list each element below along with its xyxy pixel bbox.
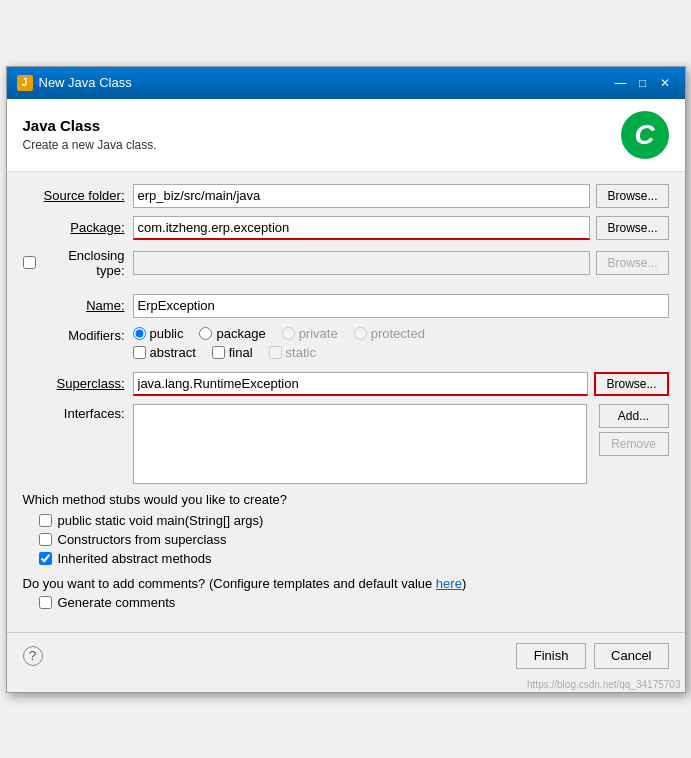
stub-checkbox-2[interactable]	[39, 552, 52, 565]
stub-label-2: Inherited abstract methods	[58, 551, 212, 566]
radio-package[interactable]	[199, 327, 212, 340]
minimize-button[interactable]: —	[611, 73, 631, 93]
stub-item-1: Constructors from superclass	[39, 532, 669, 547]
title-bar: J New Java Class — □ ✕	[7, 67, 685, 99]
source-folder-browse-button[interactable]: Browse...	[596, 184, 668, 208]
radio-public[interactable]	[133, 327, 146, 340]
help-button[interactable]: ?	[23, 646, 43, 666]
radio-protected-label[interactable]: protected	[354, 326, 425, 341]
checkbox-final-label[interactable]: final	[212, 345, 253, 360]
watermark: https://blog.csdn.net/qq_34175703	[7, 679, 685, 692]
generate-comments-checkbox[interactable]	[39, 596, 52, 609]
name-row: Name:	[23, 294, 669, 318]
title-bar-controls: — □ ✕	[611, 73, 675, 93]
package-browse-button[interactable]: Browse...	[596, 216, 668, 240]
package-row: Package: Browse...	[23, 216, 669, 240]
comments-section: Do you want to add comments? (Configure …	[23, 576, 669, 610]
comments-question-end: )	[462, 576, 466, 591]
new-java-class-dialog: J New Java Class — □ ✕ Java Class Create…	[6, 66, 686, 693]
checkbox-abstract[interactable]	[133, 346, 146, 359]
dialog-header: Java Class Create a new Java class. C	[7, 99, 685, 172]
title-bar-title: New Java Class	[39, 75, 132, 90]
enclosing-type-input[interactable]	[133, 251, 591, 275]
superclass-control: Browse...	[133, 372, 669, 396]
stubs-area: public static void main(String[] args) C…	[23, 513, 669, 566]
enclosing-type-row: Enclosing type: Browse...	[23, 248, 669, 278]
dialog-header-icon: C	[621, 111, 669, 159]
dialog-title: Java Class	[23, 117, 157, 134]
footer-right: Finish Cancel	[516, 643, 668, 669]
package-control: Browse...	[133, 216, 669, 240]
close-button[interactable]: ✕	[655, 73, 675, 93]
checkbox-abstract-label[interactable]: abstract	[133, 345, 196, 360]
checkbox-final[interactable]	[212, 346, 225, 359]
superclass-input[interactable]	[133, 372, 589, 396]
modifiers-line-1: public package private protected	[133, 326, 669, 341]
stub-item-0: public static void main(String[] args)	[39, 513, 669, 528]
source-folder-control: Browse...	[133, 184, 669, 208]
source-folder-label: Source folder:	[23, 188, 133, 203]
checkbox-static[interactable]	[269, 346, 282, 359]
modifiers-label: Modifiers:	[23, 326, 133, 343]
comments-checkbox-row: Generate comments	[23, 595, 669, 610]
footer-left: ?	[23, 646, 43, 666]
dialog-body: Source folder: Browse... Package: Browse…	[7, 172, 685, 632]
enclosing-type-label: Enclosing type:	[40, 248, 125, 278]
radio-protected[interactable]	[354, 327, 367, 340]
interfaces-textarea[interactable]	[133, 404, 587, 484]
maximize-button[interactable]: □	[633, 73, 653, 93]
interfaces-add-button[interactable]: Add...	[599, 404, 669, 428]
interfaces-label: Interfaces:	[23, 404, 133, 421]
enclosing-type-checkbox[interactable]	[23, 256, 36, 269]
stub-item-2: Inherited abstract methods	[39, 551, 669, 566]
finish-button[interactable]: Finish	[516, 643, 586, 669]
package-input[interactable]	[133, 216, 591, 240]
superclass-browse-button[interactable]: Browse...	[594, 372, 668, 396]
radio-private[interactable]	[282, 327, 295, 340]
radio-public-label[interactable]: public	[133, 326, 184, 341]
comments-link[interactable]: here	[436, 576, 462, 591]
name-input[interactable]	[133, 294, 669, 318]
superclass-row: Superclass: Browse...	[23, 372, 669, 396]
dialog-header-text: Java Class Create a new Java class.	[23, 117, 157, 152]
source-folder-row: Source folder: Browse...	[23, 184, 669, 208]
radio-package-label[interactable]: package	[199, 326, 265, 341]
spacer1	[23, 286, 669, 294]
interfaces-remove-button[interactable]: Remove	[599, 432, 669, 456]
name-label: Name:	[23, 298, 133, 313]
stub-checkbox-1[interactable]	[39, 533, 52, 546]
enclosing-type-label-area: Enclosing type:	[23, 248, 133, 278]
dialog-subtitle: Create a new Java class.	[23, 138, 157, 152]
enclosing-type-browse-button[interactable]: Browse...	[596, 251, 668, 275]
stubs-title: Which method stubs would you like to cre…	[23, 492, 669, 507]
generate-comments-label: Generate comments	[58, 595, 176, 610]
package-label: Package:	[23, 220, 133, 235]
radio-private-label[interactable]: private	[282, 326, 338, 341]
stub-checkbox-0[interactable]	[39, 514, 52, 527]
interfaces-content: Add... Remove	[133, 404, 669, 484]
interfaces-buttons: Add... Remove	[599, 404, 669, 456]
interfaces-row: Interfaces: Add... Remove	[23, 404, 669, 484]
stub-label-1: Constructors from superclass	[58, 532, 227, 547]
comments-question: Do you want to add comments? (Configure …	[23, 576, 436, 591]
enclosing-type-control: Browse...	[133, 251, 669, 275]
name-control	[133, 294, 669, 318]
modifiers-area: public package private protected	[133, 326, 669, 364]
source-folder-input[interactable]	[133, 184, 591, 208]
title-bar-left: J New Java Class	[17, 75, 132, 91]
cancel-button[interactable]: Cancel	[594, 643, 668, 669]
modifiers-row: Modifiers: public package private	[23, 326, 669, 364]
dialog-footer: ? Finish Cancel	[7, 632, 685, 679]
superclass-label: Superclass:	[23, 376, 133, 391]
java-icon: J	[17, 75, 33, 91]
stub-label-0: public static void main(String[] args)	[58, 513, 264, 528]
modifiers-line-2: abstract final static	[133, 345, 669, 360]
checkbox-static-label[interactable]: static	[269, 345, 316, 360]
